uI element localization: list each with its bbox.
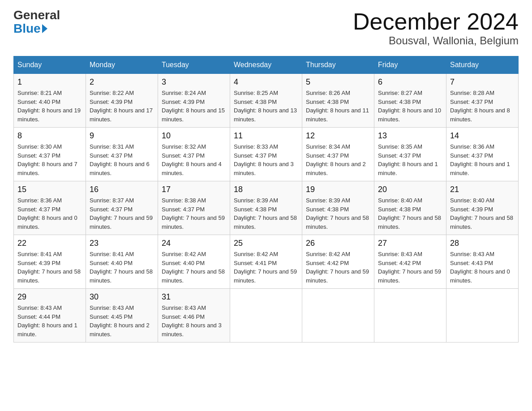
day-number: 3 (162, 77, 226, 87)
day-detail: Sunrise: 8:30 AMSunset: 4:37 PMDaylight:… (17, 142, 82, 177)
day-number: 6 (378, 77, 442, 87)
table-row: 3 Sunrise: 8:24 AMSunset: 4:39 PMDayligh… (158, 74, 230, 128)
table-row: 18 Sunrise: 8:39 AMSunset: 4:38 PMDaylig… (230, 181, 302, 235)
table-row: 19 Sunrise: 8:39 AMSunset: 4:38 PMDaylig… (302, 181, 374, 235)
table-row: 2 Sunrise: 8:22 AMSunset: 4:39 PMDayligh… (86, 74, 158, 128)
table-row (446, 289, 519, 342)
calendar-week-row: 1 Sunrise: 8:21 AMSunset: 4:40 PMDayligh… (14, 74, 519, 128)
table-row: 28 Sunrise: 8:43 AMSunset: 4:43 PMDaylig… (446, 235, 519, 289)
day-number: 28 (450, 239, 515, 248)
table-row: 4 Sunrise: 8:25 AMSunset: 4:38 PMDayligh… (230, 74, 302, 128)
month-title: December 2024 (353, 9, 519, 34)
day-number: 15 (17, 185, 82, 194)
calendar-header: Sunday Monday Tuesday Wednesday Thursday… (14, 56, 519, 74)
table-row: 15 Sunrise: 8:36 AMSunset: 4:37 PMDaylig… (14, 181, 86, 235)
table-row: 12 Sunrise: 8:34 AMSunset: 4:37 PMDaylig… (302, 128, 374, 181)
calendar-table: Sunday Monday Tuesday Wednesday Thursday… (13, 56, 519, 342)
day-number: 24 (162, 239, 226, 248)
table-row: 10 Sunrise: 8:32 AMSunset: 4:37 PMDaylig… (158, 128, 230, 181)
col-wednesday: Wednesday (230, 56, 302, 74)
table-row (230, 289, 302, 342)
day-number: 26 (306, 239, 370, 248)
table-row: 17 Sunrise: 8:38 AMSunset: 4:37 PMDaylig… (158, 181, 230, 235)
table-row: 14 Sunrise: 8:36 AMSunset: 4:37 PMDaylig… (446, 128, 519, 181)
table-row: 25 Sunrise: 8:42 AMSunset: 4:41 PMDaylig… (230, 235, 302, 289)
day-detail: Sunrise: 8:42 AMSunset: 4:42 PMDaylight:… (306, 250, 370, 285)
logo-general-text: General (13, 9, 60, 21)
col-monday: Monday (86, 56, 158, 74)
page-header: General Blue December 2024 Bousval, Wall… (13, 9, 519, 47)
day-detail: Sunrise: 8:24 AMSunset: 4:39 PMDaylight:… (162, 89, 226, 124)
day-detail: Sunrise: 8:43 AMSunset: 4:45 PMDaylight:… (90, 304, 154, 338)
day-number: 27 (378, 239, 442, 248)
day-detail: Sunrise: 8:41 AMSunset: 4:40 PMDaylight:… (90, 250, 154, 285)
day-detail: Sunrise: 8:37 AMSunset: 4:37 PMDaylight:… (90, 196, 154, 231)
table-row: 30 Sunrise: 8:43 AMSunset: 4:45 PMDaylig… (86, 289, 158, 342)
table-row (302, 289, 374, 342)
day-detail: Sunrise: 8:43 AMSunset: 4:43 PMDaylight:… (450, 250, 515, 285)
day-detail: Sunrise: 8:27 AMSunset: 4:38 PMDaylight:… (378, 89, 442, 124)
calendar-week-row: 8 Sunrise: 8:30 AMSunset: 4:37 PMDayligh… (14, 128, 519, 181)
day-number: 23 (90, 239, 154, 248)
day-detail: Sunrise: 8:43 AMSunset: 4:42 PMDaylight:… (378, 250, 442, 285)
day-number: 12 (306, 131, 370, 141)
table-row: 22 Sunrise: 8:41 AMSunset: 4:39 PMDaylig… (14, 235, 86, 289)
day-detail: Sunrise: 8:40 AMSunset: 4:38 PMDaylight:… (378, 196, 442, 231)
calendar-body: 1 Sunrise: 8:21 AMSunset: 4:40 PMDayligh… (14, 74, 519, 342)
calendar-week-row: 29 Sunrise: 8:43 AMSunset: 4:44 PMDaylig… (14, 289, 519, 342)
location-title: Bousval, Wallonia, Belgium (353, 34, 519, 47)
day-number: 14 (450, 131, 515, 141)
day-detail: Sunrise: 8:40 AMSunset: 4:39 PMDaylight:… (450, 196, 515, 231)
day-detail: Sunrise: 8:43 AMSunset: 4:44 PMDaylight:… (17, 304, 82, 338)
table-row: 7 Sunrise: 8:28 AMSunset: 4:37 PMDayligh… (446, 74, 519, 128)
table-row: 24 Sunrise: 8:42 AMSunset: 4:40 PMDaylig… (158, 235, 230, 289)
table-row: 16 Sunrise: 8:37 AMSunset: 4:37 PMDaylig… (86, 181, 158, 235)
day-detail: Sunrise: 8:25 AMSunset: 4:38 PMDaylight:… (234, 89, 298, 124)
table-row: 20 Sunrise: 8:40 AMSunset: 4:38 PMDaylig… (374, 181, 446, 235)
day-number: 1 (17, 77, 82, 87)
table-row: 21 Sunrise: 8:40 AMSunset: 4:39 PMDaylig… (446, 181, 519, 235)
table-row: 6 Sunrise: 8:27 AMSunset: 4:38 PMDayligh… (374, 74, 446, 128)
header-row: Sunday Monday Tuesday Wednesday Thursday… (14, 56, 519, 74)
day-number: 21 (450, 185, 515, 194)
day-detail: Sunrise: 8:42 AMSunset: 4:41 PMDaylight:… (234, 250, 298, 285)
title-block: December 2024 Bousval, Wallonia, Belgium (353, 9, 519, 47)
day-number: 31 (162, 292, 226, 302)
day-number: 10 (162, 131, 226, 141)
day-detail: Sunrise: 8:32 AMSunset: 4:37 PMDaylight:… (162, 142, 226, 177)
logo-triangle-icon (42, 24, 47, 33)
day-detail: Sunrise: 8:28 AMSunset: 4:37 PMDaylight:… (450, 89, 515, 124)
table-row: 29 Sunrise: 8:43 AMSunset: 4:44 PMDaylig… (14, 289, 86, 342)
table-row: 26 Sunrise: 8:42 AMSunset: 4:42 PMDaylig… (302, 235, 374, 289)
table-row (374, 289, 446, 342)
day-detail: Sunrise: 8:26 AMSunset: 4:38 PMDaylight:… (306, 89, 370, 124)
day-detail: Sunrise: 8:38 AMSunset: 4:37 PMDaylight:… (162, 196, 226, 231)
table-row: 31 Sunrise: 8:43 AMSunset: 4:46 PMDaylig… (158, 289, 230, 342)
day-number: 5 (306, 77, 370, 87)
col-thursday: Thursday (302, 56, 374, 74)
day-detail: Sunrise: 8:34 AMSunset: 4:37 PMDaylight:… (306, 142, 370, 177)
day-detail: Sunrise: 8:33 AMSunset: 4:37 PMDaylight:… (234, 142, 298, 177)
col-tuesday: Tuesday (158, 56, 230, 74)
day-number: 19 (306, 185, 370, 194)
day-number: 16 (90, 185, 154, 194)
day-detail: Sunrise: 8:36 AMSunset: 4:37 PMDaylight:… (17, 196, 82, 231)
day-detail: Sunrise: 8:31 AMSunset: 4:37 PMDaylight:… (90, 142, 154, 177)
day-number: 29 (17, 292, 82, 302)
day-number: 9 (90, 131, 154, 141)
logo-blue-text: Blue (13, 21, 47, 36)
day-detail: Sunrise: 8:35 AMSunset: 4:37 PMDaylight:… (378, 142, 442, 177)
col-saturday: Saturday (446, 56, 519, 74)
day-number: 25 (234, 239, 298, 248)
table-row: 1 Sunrise: 8:21 AMSunset: 4:40 PMDayligh… (14, 74, 86, 128)
day-number: 8 (17, 131, 82, 141)
day-detail: Sunrise: 8:36 AMSunset: 4:37 PMDaylight:… (450, 142, 515, 177)
calendar-week-row: 15 Sunrise: 8:36 AMSunset: 4:37 PMDaylig… (14, 181, 519, 235)
table-row: 9 Sunrise: 8:31 AMSunset: 4:37 PMDayligh… (86, 128, 158, 181)
table-row: 13 Sunrise: 8:35 AMSunset: 4:37 PMDaylig… (374, 128, 446, 181)
day-detail: Sunrise: 8:42 AMSunset: 4:40 PMDaylight:… (162, 250, 226, 285)
day-number: 4 (234, 77, 298, 87)
calendar-week-row: 22 Sunrise: 8:41 AMSunset: 4:39 PMDaylig… (14, 235, 519, 289)
day-number: 17 (162, 185, 226, 194)
day-detail: Sunrise: 8:39 AMSunset: 4:38 PMDaylight:… (306, 196, 370, 231)
